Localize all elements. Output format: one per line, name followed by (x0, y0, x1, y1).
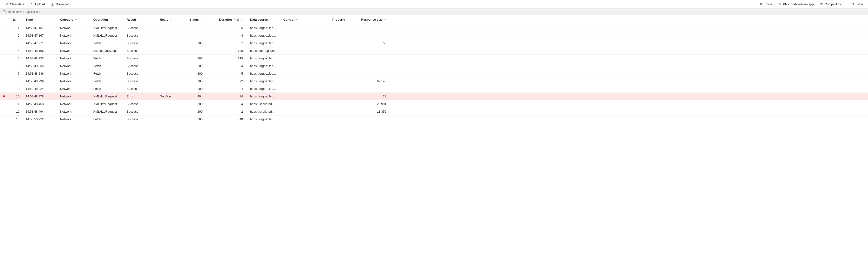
table-row[interactable]: 814:58:48.296NetworkFetchSuccess20092htt… (0, 78, 868, 85)
cell-dataSource: https://orgbe1fed... (248, 94, 281, 98)
cell-status: 200 (179, 41, 208, 45)
cell-id: 10 (7, 94, 24, 98)
column-header-status[interactable]: Status (179, 18, 208, 21)
cell-value: XMLHttpRequest (93, 34, 117, 37)
cell-id: 9 (7, 87, 24, 90)
cell-value: 6 (18, 64, 20, 68)
view-mode-button-label: Compact list (825, 2, 842, 6)
column-header-label: Result (127, 18, 136, 21)
invite-button[interactable]: Invite (757, 1, 774, 7)
column-header-time[interactable]: Time (24, 18, 58, 21)
cell-dataSource: https://orgbe1fed... (248, 41, 281, 45)
cell-value: Network (60, 117, 71, 121)
svg-point-6 (761, 3, 762, 4)
invite-button-label: Invite (765, 2, 772, 6)
cell-duration: 92 (208, 79, 248, 83)
cell-time: 14:58:48.106 (24, 49, 58, 53)
column-header-id[interactable]: Id (7, 18, 24, 21)
column-header-duration[interactable]: Duration (ms) (208, 18, 248, 21)
cell-value: 10 (16, 94, 20, 98)
cell-resmsg: Not Fou... (158, 94, 179, 98)
cell-id: 6 (7, 64, 24, 68)
table-row[interactable]: 1214:58:48.494NetworkXMLHttpRequestSucce… (0, 108, 868, 115)
table-row[interactable]: 1014:58:48.378NetworkXMLHttpRequestError… (0, 93, 868, 100)
chevron-down-icon (34, 19, 37, 21)
cell-value: 1 (18, 26, 20, 30)
cell-value: 14:58:48.233 (26, 57, 44, 60)
cell-status: 200 (179, 110, 208, 113)
table-row[interactable]: 714:58:48.236NetworkFetchSuccess2005http… (0, 70, 868, 78)
column-header-resmsg[interactable]: Res... (158, 18, 179, 21)
chevron-down-icon (296, 19, 298, 21)
cell-result: Success (125, 117, 158, 121)
cell-value: Network (60, 110, 71, 113)
cell-operation: XMLHttpRequest (91, 102, 125, 106)
cell-result: Success (125, 41, 158, 45)
cell-result: Success (125, 49, 158, 53)
cell-value: https://shellprod.... (250, 102, 275, 106)
cell-category: Network (58, 57, 91, 60)
table-row[interactable]: 914:58:48.324NetworkFetchSuccess2004http… (0, 85, 868, 93)
column-header-category[interactable]: Category (58, 18, 91, 21)
cell-value: Error (127, 94, 133, 98)
view-mode-button[interactable]: Compact list (817, 1, 848, 7)
table-row[interactable]: 514:58:48.233NetworkFetchSuccess200115ht… (0, 55, 868, 62)
table-row[interactable]: 1314:58:50.922NetworkFetchSuccess200348h… (0, 115, 868, 123)
cell-value: 14:58:48.494 (26, 110, 44, 113)
cell-id: 4 (7, 49, 24, 53)
clear-data-button[interactable]: Clear data (2, 1, 27, 7)
cell-value: https://orgbe1fed... (250, 72, 276, 75)
column-header-property[interactable]: Property (317, 18, 355, 21)
column-header-control[interactable]: Control (281, 18, 317, 21)
cell-value: 2 (241, 110, 243, 113)
column-header-label: Operation (93, 18, 108, 21)
filter-button[interactable]: Filter (849, 1, 866, 7)
cell-duration: 5 (208, 72, 248, 75)
table-row[interactable]: 614:58:48.235NetworkFetchSuccess2004http… (0, 62, 868, 70)
cell-value: 4 (241, 87, 243, 90)
column-header-label: Category (60, 18, 73, 21)
cell-id: 1 (7, 26, 24, 30)
column-header-result[interactable]: Result (125, 18, 158, 21)
chevron-down-icon (17, 19, 20, 21)
cell-result: Success (125, 79, 158, 83)
cell-status: 200 (179, 72, 208, 75)
cell-duration: 4 (208, 87, 248, 90)
play-button[interactable]: Play model-driven app (775, 1, 816, 7)
cell-value: 24 (240, 102, 243, 106)
column-header-operation[interactable]: Operation (91, 18, 125, 21)
table-row[interactable]: 214:58:47.167NetworkXMLHttpRequestSucces… (0, 32, 868, 39)
cell-value: 14:58:48.378 (26, 94, 44, 98)
cell-value: 200 (197, 57, 203, 60)
cell-time: 14:58:48.296 (24, 79, 58, 83)
column-header-respSize[interactable]: Response size (355, 18, 391, 21)
chevron-down-icon (241, 19, 243, 21)
cell-status: 404 (179, 94, 208, 98)
cell-operation: Fetch (91, 64, 125, 68)
cell-id: 5 (7, 57, 24, 60)
cell-value: Network (60, 64, 71, 68)
cell-value: 11 (16, 102, 20, 106)
table-row[interactable]: 414:58:48.106NetworkAssetLoad.ScriptSucc… (0, 47, 868, 55)
cell-category: Network (58, 34, 91, 37)
grid-header: IdTimeCategoryOperationResultRes...Statu… (0, 15, 868, 24)
cell-value: 5 (241, 26, 243, 30)
upload-button[interactable]: Upload (28, 1, 47, 7)
upload-button-label: Upload (35, 2, 45, 6)
chevron-down-icon (269, 19, 272, 21)
cell-value: 2 (18, 34, 20, 37)
table-row[interactable]: 314:58:47.771NetworkFetchSuccess20087htt… (0, 39, 868, 47)
download-button[interactable]: Download (48, 1, 72, 7)
cell-time: 14:58:48.236 (24, 72, 58, 75)
cell-result: Success (125, 72, 158, 75)
cell-time: 14:58:48.378 (24, 94, 58, 98)
column-header-dataSource[interactable]: Data source (248, 18, 281, 21)
table-row[interactable]: 1114:58:48.453NetworkXMLHttpRequestSucce… (0, 100, 868, 108)
cell-id: 2 (7, 34, 24, 37)
table-row[interactable]: 114:58:47.167NetworkXMLHttpRequestSucces… (0, 24, 868, 32)
filter-icon (851, 2, 855, 6)
cell-operation: Fetch (91, 117, 125, 121)
column-header-label: Status (189, 18, 199, 21)
cell-duration: 4 (208, 34, 248, 37)
cell-value: 9 (18, 87, 20, 90)
